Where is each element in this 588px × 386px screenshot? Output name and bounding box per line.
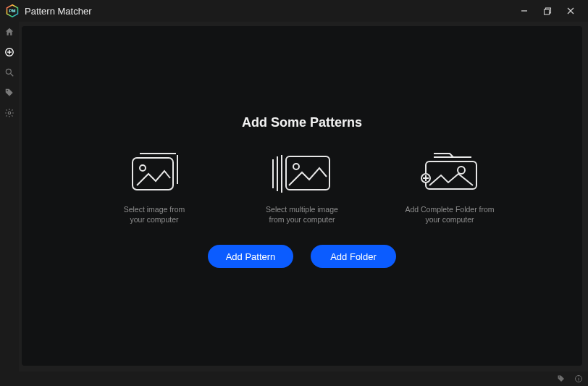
caption-line: Add Complete Folder from (405, 205, 494, 214)
single-image-icon (122, 149, 186, 196)
window-close-button[interactable] (559, 1, 582, 21)
caption-line: your computer (425, 215, 474, 224)
app-window: PM Pattern Matcher (0, 0, 588, 386)
app-logo-icon: PM (6, 4, 19, 17)
multiple-images-icon (270, 149, 334, 196)
status-info-icon[interactable] (574, 374, 584, 384)
page-heading: Add Some Patterns (22, 115, 582, 130)
window-maximize-button[interactable] (536, 1, 559, 21)
window-minimize-button[interactable] (513, 1, 536, 21)
svg-point-15 (140, 165, 146, 171)
caption-line: from your computer (269, 215, 335, 224)
canvas: Add Some Patterns (22, 26, 582, 366)
svg-rect-4 (545, 9, 550, 14)
status-tag-icon[interactable] (556, 374, 566, 384)
titlebar: PM Pattern Matcher (0, 0, 588, 22)
card-caption: Select image from your computer (124, 204, 185, 225)
body: Add Some Patterns (0, 22, 588, 372)
svg-point-20 (293, 164, 299, 169)
sidebar-settings-icon[interactable] (4, 107, 15, 119)
svg-point-13 (8, 112, 11, 114)
svg-point-25 (559, 377, 560, 377)
caption-line: Select image from (124, 205, 185, 214)
sidebar-add-icon[interactable] (4, 46, 15, 58)
add-pattern-button[interactable]: Add Pattern (208, 245, 293, 268)
svg-point-28 (579, 377, 579, 377)
svg-point-10 (6, 69, 11, 74)
buttons-row: Add Pattern Add Folder (22, 245, 582, 268)
svg-point-21 (458, 167, 465, 174)
svg-line-11 (11, 74, 14, 77)
sidebar (0, 22, 19, 372)
folder-images-icon (418, 149, 482, 196)
cards-row: Select image from your computer (22, 149, 582, 225)
card-caption: Add Complete Folder from your computer (405, 204, 494, 225)
app-title: Pattern Matcher (25, 6, 92, 17)
svg-point-12 (7, 90, 8, 91)
sidebar-home-icon[interactable] (4, 26, 15, 38)
main-area: Add Some Patterns (19, 22, 588, 372)
caption-line: your computer (130, 215, 178, 224)
statusbar (0, 372, 588, 386)
caption-line: Select multiple image (266, 205, 338, 214)
sidebar-tag-icon[interactable] (4, 87, 15, 98)
sidebar-search-icon[interactable] (4, 67, 15, 78)
add-folder-button[interactable]: Add Folder (311, 245, 396, 268)
card-caption: Select multiple image from your computer (266, 204, 338, 225)
card-multiple-images: Select multiple image from your computer (248, 149, 356, 225)
card-folder: Add Complete Folder from your computer (395, 149, 504, 225)
svg-text:PM: PM (9, 9, 16, 13)
empty-state: Add Some Patterns (22, 115, 582, 268)
card-single-image: Select image from your computer (100, 149, 209, 225)
